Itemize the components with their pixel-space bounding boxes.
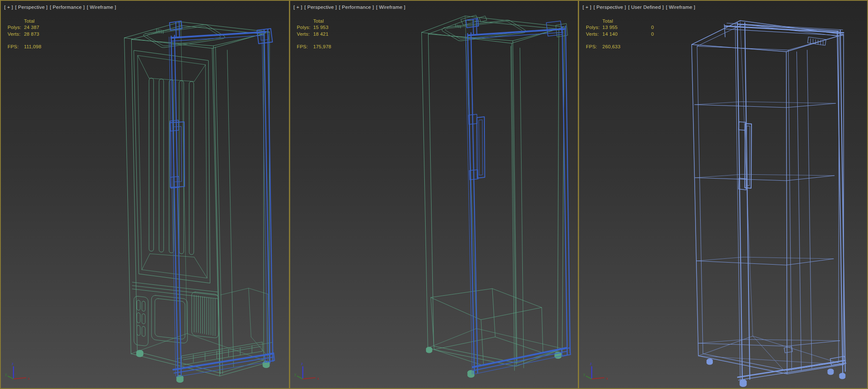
verts-label: Verts:	[8, 31, 24, 37]
x-axis-line	[13, 378, 26, 379]
viewport-mode-menu[interactable]: [ User Defined ]	[628, 5, 664, 10]
y-axis-label: y	[5, 372, 7, 376]
viewport-right[interactable]: [ + ][ Perspective ][ User Defined ][ Wi…	[579, 1, 867, 388]
viewport-pov-menu[interactable]: [ Perspective ]	[15, 5, 48, 10]
polys-value: 24 387	[24, 24, 73, 31]
viewport-canvas-center[interactable]	[290, 1, 578, 388]
cabinet-edges	[124, 22, 270, 376]
polys-label: Polys:	[297, 24, 313, 31]
viewport-menu-bar: [ + ][ Perspective ][ Performance ][ Wir…	[294, 5, 408, 10]
statistics-overlay: Total Polys:24 387 Verts:28 873 FPS:111,…	[8, 18, 73, 50]
viewport-menu-bar: [ + ][ Perspective ][ Performance ][ Wir…	[4, 5, 118, 10]
door-top-bracket	[169, 21, 182, 37]
stats-total-header: Total	[602, 18, 651, 24]
compressor-box	[431, 289, 543, 365]
cabinet-feet	[136, 350, 269, 383]
viewport-center[interactable]: [ + ][ Perspective ][ Performance ][ Wir…	[290, 1, 578, 388]
viewport-plus-menu[interactable]: [ + ]	[294, 5, 302, 10]
cabinet-edges	[692, 21, 844, 374]
fps-value: 111,098	[24, 44, 73, 50]
compressor-vent-grilles	[132, 282, 218, 354]
z-axis-label: z	[590, 362, 592, 366]
viewport-mode-menu[interactable]: [ Performance ]	[339, 5, 374, 10]
shelf-lines	[695, 102, 836, 265]
viewport-pov-menu[interactable]: [ Perspective ]	[304, 5, 337, 10]
selected-door-frame[interactable]	[466, 18, 571, 374]
door-frame	[736, 23, 847, 380]
stats-total-header: Total	[313, 18, 362, 24]
fps-label: FPS:	[586, 44, 602, 50]
axis-gizmo: z x y	[5, 360, 34, 384]
verts-value: 18 421	[313, 31, 362, 37]
statistics-overlay: Total Polys:15 953 Verts:18 421 FPS:175,…	[297, 18, 362, 50]
viewport-mode-menu[interactable]: [ Performance ]	[50, 5, 85, 10]
polys-value: 13 955	[602, 24, 651, 31]
y-axis-label: y	[583, 372, 585, 376]
cabinet-wireframe-low-poly[interactable]	[692, 21, 846, 387]
cabinet-wireframe-high-poly[interactable]	[124, 22, 272, 383]
z-axis-label: z	[12, 362, 14, 366]
x-axis-line	[592, 378, 604, 379]
fps-value: 175,978	[313, 44, 362, 50]
viewport-shading-menu[interactable]: [ Wireframe ]	[87, 5, 116, 10]
viewport-left[interactable]: [ + ][ Perspective ][ Performance ][ Wir…	[1, 1, 289, 388]
door-left-bar	[171, 35, 181, 376]
x-axis-label: x	[317, 376, 319, 381]
viewport-canvas-left[interactable]	[1, 1, 289, 388]
x-axis-label: x	[606, 376, 608, 381]
floor-grid	[698, 336, 844, 374]
verts-value: 14 140	[602, 31, 651, 37]
viewport-layout: [ + ][ Perspective ][ Performance ][ Wir…	[0, 0, 868, 389]
z-axis-label: z	[301, 362, 303, 366]
polys-label: Polys:	[586, 24, 602, 31]
door-handle	[739, 122, 752, 190]
polys-label: Polys:	[8, 24, 24, 31]
y-axis-line	[586, 376, 592, 379]
viewport-shading-menu[interactable]: [ Wireframe ]	[666, 5, 695, 10]
verts-label: Verts:	[297, 31, 313, 37]
verts-extra-value: 0	[651, 31, 654, 37]
axis-gizmo: z x y	[583, 360, 613, 384]
y-axis-line	[8, 376, 13, 379]
verts-value: 28 873	[24, 31, 73, 37]
viewport-canvas-right[interactable]	[579, 1, 867, 388]
x-axis-label: x	[28, 376, 30, 381]
door-handle	[468, 114, 485, 180]
y-axis-label: y	[294, 372, 296, 376]
fps-label: FPS:	[297, 44, 313, 50]
x-axis-line	[303, 378, 315, 379]
fps-label: FPS:	[8, 44, 24, 50]
cabinet-feet	[707, 359, 845, 387]
y-axis-line	[297, 376, 303, 379]
stats-total-header: Total	[24, 18, 73, 24]
top-beam	[725, 23, 844, 45]
viewport-plus-menu[interactable]: [ + ]	[4, 5, 13, 10]
door-bottom-bar	[473, 348, 566, 367]
cabinet-top-face	[421, 15, 567, 43]
axis-gizmo: z x y	[294, 360, 324, 384]
viewport-menu-bar: [ + ][ Perspective ][ User Defined ][ Wi…	[582, 5, 697, 10]
cabinet-top-face	[124, 22, 270, 48]
compressor-box	[220, 288, 267, 356]
cabinet-top-face	[692, 21, 844, 52]
door-right-bar	[264, 29, 273, 363]
door-top-bar	[468, 29, 564, 35]
fps-value: 260,633	[602, 44, 651, 50]
polys-extra-value: 0	[651, 24, 654, 31]
verts-label: Verts:	[586, 31, 602, 37]
polys-value: 15 953	[313, 24, 362, 31]
statistics-overlay: Total Polys:13 9550 Verts:14 1400 FPS:26…	[586, 18, 654, 50]
cabinet-wireframe-medium-poly[interactable]	[421, 15, 567, 378]
door-left-bar	[738, 23, 750, 380]
viewport-pov-menu[interactable]: [ Perspective ]	[593, 5, 626, 10]
viewport-plus-menu[interactable]: [ + ]	[582, 5, 591, 10]
viewport-shading-menu[interactable]: [ Wireframe ]	[376, 5, 405, 10]
